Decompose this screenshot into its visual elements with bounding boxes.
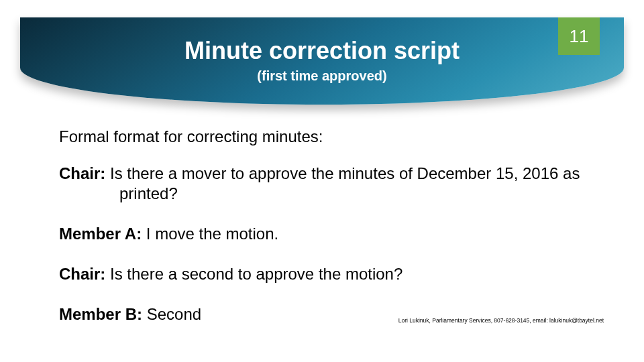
dialog-text: I move the motion. <box>142 225 278 243</box>
slide: 11 Minute correction script (first time … <box>0 0 644 362</box>
script-line: Member B: Second Lori Lukinuk, Parliamen… <box>59 304 604 324</box>
dialog-text: Is there a second to approve the motion? <box>105 265 402 283</box>
script-line: Chair: Is there a mover to approve the m… <box>59 164 604 204</box>
script-line: Chair: Is there a second to approve the … <box>59 264 604 284</box>
page-number-tab: 11 <box>558 17 600 55</box>
slide-body: Formal format for correcting minutes: Ch… <box>59 127 604 324</box>
slide-subtitle: (first time approved) <box>0 68 644 84</box>
dialog-text: Second <box>142 305 201 323</box>
speaker-label: Chair: <box>59 265 105 283</box>
intro-text: Formal format for correcting minutes: <box>59 127 604 146</box>
script-line: Member A: I move the motion. <box>59 224 604 244</box>
speaker-label: Member A: <box>59 225 142 243</box>
speaker-label: Member B: <box>59 305 142 323</box>
speaker-label: Chair: <box>59 164 105 182</box>
page-number: 11 <box>570 26 589 47</box>
dialog-text: Is there a mover to approve the minutes … <box>105 164 580 202</box>
slide-title: Minute correction script <box>0 37 644 65</box>
footer-contact: Lori Lukinuk, Parliamentary Services, 80… <box>398 317 604 324</box>
